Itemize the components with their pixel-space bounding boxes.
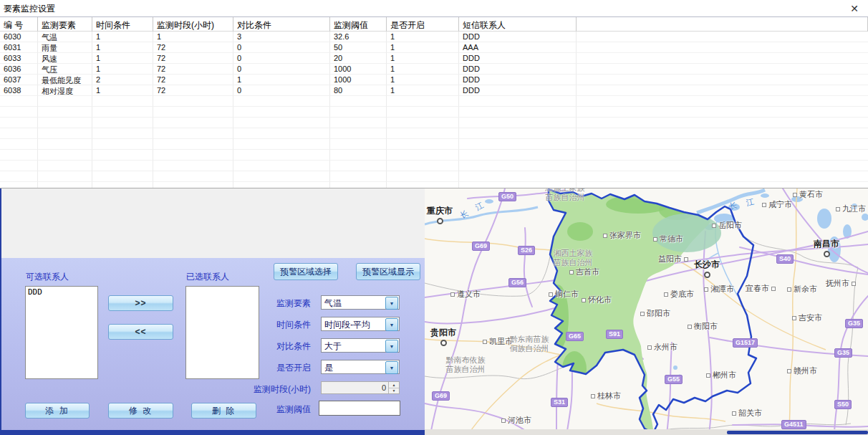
- column-header: 监测要素: [38, 17, 92, 32]
- table-cell: [387, 96, 459, 107]
- spin-down-icon[interactable]: ▼: [389, 388, 399, 394]
- compare-condition-select[interactable]: 大于 ▼: [321, 338, 400, 353]
- table-cell: [577, 150, 868, 161]
- table-cell: [577, 53, 868, 64]
- table-cell: [0, 161, 38, 171]
- table-cell: 6030: [0, 32, 38, 42]
- table-cell: [153, 161, 233, 171]
- river-label: 长 江: [728, 196, 758, 212]
- monitor-period-stepper[interactable]: 0 ▲▼: [321, 381, 400, 394]
- table-cell: [233, 107, 330, 118]
- road-badge: G55: [665, 375, 683, 384]
- close-icon[interactable]: ✕: [848, 2, 861, 15]
- table-cell: [330, 150, 387, 161]
- add-button[interactable]: 添 加: [25, 403, 90, 419]
- table-cell: [459, 118, 577, 128]
- table-cell: 20: [330, 53, 387, 64]
- table-cell: [577, 96, 868, 107]
- delete-button[interactable]: 删 除: [191, 403, 256, 419]
- table-cell: 1: [387, 75, 459, 85]
- table-cell: 6033: [0, 53, 38, 64]
- chevron-down-icon[interactable]: ▼: [385, 297, 398, 310]
- table-row[interactable]: 6030气温11332.61DDD: [0, 32, 868, 42]
- city-label: 张家界市: [601, 230, 641, 241]
- selected-contacts-label: 已选联系人: [186, 271, 229, 283]
- table-cell: 1: [387, 64, 459, 75]
- table-row[interactable]: 6036气压172010001DDD: [0, 64, 868, 75]
- table-cell: [387, 161, 459, 171]
- map-labels: 重庆市遵义市贵阳市凯里市铜仁市河池市桂林市张家界市吉首市怀化市邵阳市永州市郴州市…: [425, 188, 868, 435]
- table-row[interactable]: 6033风速1720201DDD: [0, 53, 868, 64]
- chevron-down-icon[interactable]: ▼: [385, 361, 398, 374]
- warning-area-select-button[interactable]: 预警区域选择: [274, 263, 338, 280]
- table-cell: [577, 171, 868, 182]
- road-badge: S50: [834, 400, 852, 409]
- city-label: 重庆市: [427, 205, 453, 224]
- move-left-button[interactable]: <<: [108, 324, 173, 340]
- column-header: 时间条件: [92, 17, 153, 32]
- monitor-table: 编 号监测要素时间条件监测时段(小时)对比条件监测阈值是否开启短信联系人6030…: [0, 17, 868, 188]
- table-cell: DDD: [459, 53, 577, 64]
- table-cell: 72: [153, 53, 233, 64]
- table-cell: [92, 128, 153, 139]
- column-header: 是否开启: [387, 17, 459, 32]
- city-marker-icon: [824, 251, 830, 257]
- table-cell: [153, 171, 233, 182]
- chevron-down-icon[interactable]: ▼: [385, 318, 398, 331]
- table-header-row: 编 号监测要素时间条件监测时段(小时)对比条件监测阈值是否开启短信联系人: [0, 17, 868, 32]
- column-header: 短信联系人: [459, 17, 577, 32]
- enabled-select[interactable]: 是 ▼: [321, 360, 400, 374]
- province-map[interactable]: 重庆市遵义市贵阳市凯里市铜仁市河池市桂林市张家界市吉首市怀化市邵阳市永州市郴州市…: [425, 188, 868, 435]
- threshold-input[interactable]: [319, 401, 400, 416]
- city-marker-icon: [653, 237, 657, 242]
- city-label: 南昌市: [814, 238, 839, 257]
- monitor-element-label: 监测要素: [242, 297, 311, 310]
- table-cell: [153, 107, 233, 118]
- table-row[interactable]: 6037最低能见度272110001DDD: [0, 75, 868, 85]
- table-cell: 80: [330, 85, 387, 96]
- table-row[interactable]: 6031雨量1720501AAA: [0, 42, 868, 53]
- table-cell: [38, 107, 92, 118]
- table-cell: [330, 128, 387, 139]
- table-cell: DDD: [459, 85, 577, 96]
- spinner-arrows[interactable]: ▲▼: [388, 382, 399, 393]
- road-badge: G65: [566, 332, 584, 341]
- table-cell: [92, 182, 153, 188]
- road-badge: G56: [508, 278, 526, 287]
- table-cell: 1: [92, 32, 153, 42]
- table-row[interactable]: 6038相对湿度1720801DDD: [0, 85, 868, 96]
- table-cell: 2: [92, 75, 153, 85]
- city-marker-icon: [437, 218, 443, 224]
- available-contacts-listbox[interactable]: DDD: [25, 286, 98, 379]
- city-marker-icon: [647, 345, 652, 350]
- table-cell: [577, 42, 868, 53]
- chevron-down-icon[interactable]: ▼: [385, 340, 398, 353]
- road-badge: G1517: [733, 338, 758, 348]
- road-badge: G35: [834, 348, 852, 358]
- table-cell: DDD: [459, 64, 577, 75]
- table-cell: [233, 161, 330, 171]
- table-cell: [0, 96, 38, 107]
- city-marker-icon: [640, 312, 645, 316]
- table-cell: [459, 161, 577, 171]
- table-cell: [387, 139, 459, 150]
- table-cell: [459, 107, 577, 118]
- time-condition-select[interactable]: 时间段-平均 ▼: [321, 317, 400, 331]
- table-cell: 1: [92, 85, 153, 96]
- move-right-button[interactable]: >>: [108, 295, 173, 311]
- list-item[interactable]: DDD: [26, 287, 97, 297]
- table-cell: [330, 139, 387, 150]
- monitor-period-label: 监测时段(小时): [213, 383, 311, 396]
- table-cell: [92, 96, 153, 107]
- table-cell: [0, 182, 38, 188]
- modify-button[interactable]: 修 改: [108, 403, 173, 419]
- warning-area-show-button[interactable]: 预警区域显示: [356, 263, 420, 280]
- settings-panel: 可选联系人 DDD 已选联系人 >> << 预警区域选择 预警区域显示 监测要素…: [0, 188, 425, 435]
- table-cell: [459, 150, 577, 161]
- table-cell: [233, 139, 330, 150]
- monitor-element-select[interactable]: 气温 ▼: [321, 295, 400, 310]
- road-badge: G50: [498, 192, 516, 201]
- spin-up-icon[interactable]: ▲: [389, 382, 399, 388]
- table-cell: 风速: [38, 53, 92, 64]
- table-cell: 72: [153, 42, 233, 53]
